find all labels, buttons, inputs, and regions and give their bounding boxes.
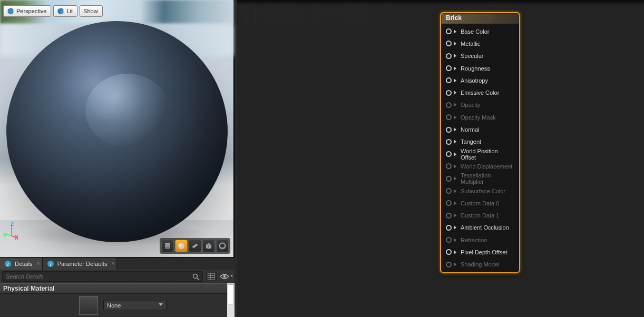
pin-label: Metallic: [461, 41, 480, 47]
tab-details[interactable]: i Details ×: [0, 257, 43, 270]
axis-z-label: Z: [11, 221, 14, 227]
material-output-node[interactable]: Brick Base ColorMetallicSpecularRoughnes…: [440, 12, 520, 273]
details-scrollbar[interactable]: [227, 283, 235, 317]
perspective-label: Perspective: [16, 8, 46, 14]
pin-ring-icon: [446, 188, 452, 194]
pin-ring-icon: [446, 139, 452, 145]
pin-pixel-depth-offset[interactable]: Pixel Depth Offset: [441, 246, 520, 258]
close-icon[interactable]: ×: [36, 260, 40, 266]
dropdown-value: None: [107, 302, 121, 309]
pin-ambient-occlusion[interactable]: Ambient Occlusion: [441, 222, 520, 234]
pin-emissive-color[interactable]: Emissive Color: [441, 86, 520, 98]
svg-rect-15: [208, 273, 215, 280]
node-title-label: Brick: [446, 14, 462, 22]
perspective-icon: [7, 7, 14, 15]
pin-subsurface-color: Subsurface Color: [441, 185, 520, 197]
pin-shading-model: Shading Model: [441, 259, 520, 271]
pin-ring-icon: [446, 90, 452, 96]
pin-label: World Displacement: [461, 163, 512, 170]
pin-world-position-offset[interactable]: World Position Offset: [441, 148, 520, 160]
pin-ring-icon: [446, 213, 452, 219]
pin-anisotropy[interactable]: Anisotropy: [441, 74, 520, 86]
pin-arrow-icon: [454, 176, 456, 181]
preview-sphere-highlight: [85, 74, 170, 147]
pin-opacity-mask: Opacity Mask: [441, 111, 520, 123]
pin-label: Base Color: [461, 28, 489, 35]
tab-details-label: Details: [15, 261, 33, 267]
tab-parameter-defaults[interactable]: i Parameter Defaults ×: [43, 257, 118, 270]
info-icon: i: [47, 260, 54, 268]
pin-roughness[interactable]: Roughness: [441, 62, 520, 74]
material-graph[interactable]: Brick Base ColorMetallicSpecularRoughnes…: [236, 0, 644, 317]
graph-grid: [237, 0, 395, 79]
pin-ring-icon: [446, 200, 452, 206]
lit-icon: [57, 7, 64, 15]
pin-arrow-icon: [454, 103, 456, 107]
pin-arrow-icon: [454, 213, 456, 217]
physical-material-dropdown[interactable]: None: [103, 301, 167, 310]
node-title[interactable]: Brick: [441, 13, 520, 24]
pin-world-displacement: World Displacement: [441, 160, 520, 172]
pin-metallic[interactable]: Metallic: [441, 37, 520, 49]
show-button[interactable]: Show: [80, 5, 103, 17]
node-pin-list: Base ColorMetallicSpecularRoughnessAniso…: [441, 24, 520, 273]
pin-arrow-icon: [454, 115, 456, 120]
preview-sphere: [6, 21, 228, 242]
pin-arrow-icon: [454, 250, 456, 254]
pin-label: Pixel Depth Offset: [461, 249, 507, 255]
pin-normal[interactable]: Normal: [441, 123, 520, 135]
preview-shape-cylinder-button[interactable]: [161, 240, 174, 252]
perspective-button[interactable]: Perspective: [3, 5, 51, 17]
pin-ring-icon: [446, 77, 452, 83]
pin-label: Shading Model: [461, 261, 499, 268]
pin-arrow-icon: [454, 262, 456, 266]
axis-gizmo: Z Y X: [3, 222, 21, 240]
pin-label: Tessellation Multiplier: [461, 172, 514, 185]
details-toolbar: [0, 270, 235, 283]
pin-arrow-icon: [454, 140, 456, 144]
property-matrix-button[interactable]: [206, 272, 217, 281]
close-icon[interactable]: ×: [111, 260, 114, 266]
pin-arrow-icon: [454, 152, 456, 156]
preview-shape-cube-button[interactable]: [202, 240, 215, 252]
pin-ring-icon: [446, 114, 452, 120]
pin-label: Anisotropy: [461, 77, 488, 84]
svg-point-13: [193, 274, 198, 279]
axis-x-label: X: [15, 235, 18, 241]
pin-opacity: Opacity: [441, 99, 520, 111]
lit-label: Lit: [66, 8, 73, 14]
search-details-input[interactable]: [3, 272, 202, 281]
pin-label: Opacity Mask: [461, 114, 496, 121]
section-physical-material-header[interactable]: Physical Material: [0, 283, 235, 294]
pin-arrow-icon: [454, 201, 456, 205]
pin-label: Normal: [461, 126, 479, 133]
pin-base-color[interactable]: Base Color: [441, 25, 520, 37]
pin-tangent[interactable]: Tangent: [441, 136, 520, 148]
pin-arrow-icon: [454, 189, 456, 193]
graph-top-shadow: [237, 0, 644, 5]
pin-arrow-icon: [454, 54, 456, 58]
svg-point-5: [165, 247, 170, 249]
details-tabstrip: i Details × i Parameter Defaults ×: [0, 257, 235, 270]
chevron-down-icon: [159, 303, 163, 308]
pin-refraction: Refraction: [441, 234, 520, 246]
pin-ring-icon: [446, 163, 452, 169]
scrollbar-thumb[interactable]: [228, 284, 234, 304]
lit-button[interactable]: Lit: [53, 5, 77, 17]
preview-shape-custom-button[interactable]: [216, 240, 229, 252]
pin-arrow-icon: [454, 42, 456, 46]
preview-shape-plane-button[interactable]: [189, 240, 201, 252]
pin-arrow-icon: [454, 127, 456, 132]
pin-label: Ambient Occlusion: [461, 224, 509, 231]
pin-ring-icon: [446, 262, 452, 268]
pin-label: World Position Offset: [461, 148, 514, 161]
material-preview-viewport[interactable]: Perspective Lit Show Z Y X: [0, 0, 235, 257]
axis-y-label: Y: [3, 233, 7, 239]
pin-specular[interactable]: Specular: [441, 50, 520, 62]
view-options-button[interactable]: [220, 273, 232, 280]
svg-point-19: [223, 275, 226, 278]
asset-thumbnail[interactable]: [79, 296, 98, 315]
viewport-toolbar: Perspective Lit Show: [3, 5, 103, 17]
preview-shape-sphere-button[interactable]: [175, 240, 188, 252]
pin-label: Custom Data 1: [461, 212, 499, 219]
